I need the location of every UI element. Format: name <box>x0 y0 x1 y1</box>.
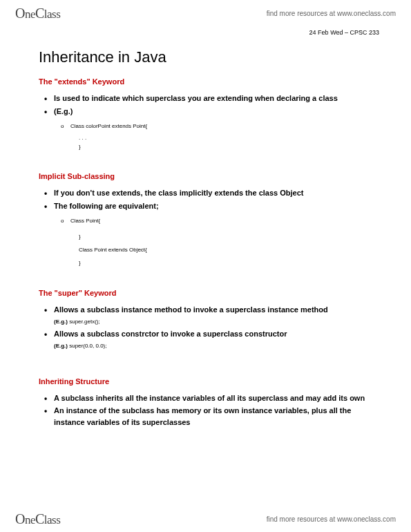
brand-logo-top: OneClass <box>15 6 60 21</box>
super-bullet-2: Allows a subclass constrctor to invoke a… <box>54 328 372 351</box>
implicit-code-2: Class Point extends Object{ <box>39 246 372 255</box>
page-title: Inheritance in Java <box>39 48 372 66</box>
extends-sub-1: Class colorPoint extends Point{ <box>70 122 372 131</box>
implicit-bullet-2: The following are equivalent; <box>54 200 372 212</box>
extends-list: Is used to indicate which superclass you… <box>39 93 372 117</box>
section-heading-super: The "super" Keyword <box>39 289 372 297</box>
implicit-code-1: } <box>39 233 372 242</box>
brand-logo-bottom: OneClass <box>15 511 60 527</box>
extends-code-1: . . . <box>39 134 372 143</box>
footer-bar: OneClass find more resources at www.onec… <box>0 509 411 532</box>
implicit-bullet-1: If you don't use extends, the class impl… <box>54 187 372 199</box>
tagline-bottom: find more resources at www.oneclass.com <box>267 515 396 523</box>
section-heading-inherit: Inheriting Structure <box>39 377 372 386</box>
super-eg2-code: super(0.0, 0.0); <box>69 343 106 349</box>
date-course-line: 24 Feb Wed – CPSC 233 <box>39 29 379 36</box>
implicit-sub-1: Class Point{ <box>70 217 372 226</box>
section-heading-implicit: Implicit Sub-classing <box>39 172 372 180</box>
extends-sublist: Class colorPoint extends Point{ <box>39 122 372 131</box>
super-b1-text: Allows a subclass instance method to inv… <box>54 305 328 314</box>
inherit-list: A subclass inherits all the instance var… <box>39 392 372 428</box>
document-content: 24 Feb Wed – CPSC 233 Inheritance in Jav… <box>0 23 411 428</box>
super-eg1-label: (E.g.) <box>54 319 69 325</box>
super-bullet-1: Allows a subclass instance method to inv… <box>54 304 372 327</box>
inherit-bullet-1: A subclass inherits all the instance var… <box>54 392 372 404</box>
extends-bullet-1: Is used to indicate which superclass you… <box>54 93 372 104</box>
implicit-sublist: Class Point{ <box>39 217 372 226</box>
extends-bullet-eg: (E.g.) <box>54 106 372 117</box>
header-bar: OneClass find more resources at www.onec… <box>0 0 411 23</box>
implicit-code-3: } <box>39 259 372 268</box>
super-eg2-label: (E.g.) <box>54 343 69 349</box>
implicit-list: If you don't use extends, the class impl… <box>39 187 372 211</box>
super-eg1-code: super.getx(); <box>69 319 99 325</box>
inherit-bullet-2: An instance of the subclass has memory o… <box>54 405 372 428</box>
super-list: Allows a subclass instance method to inv… <box>39 304 372 351</box>
tagline-top: find more resources at www.oneclass.com <box>267 10 396 17</box>
section-heading-extends: The "extends" Keyword <box>39 77 372 86</box>
extends-code-2: } <box>39 143 372 152</box>
super-b2-text: Allows a subclass constrctor to invoke a… <box>54 330 287 338</box>
